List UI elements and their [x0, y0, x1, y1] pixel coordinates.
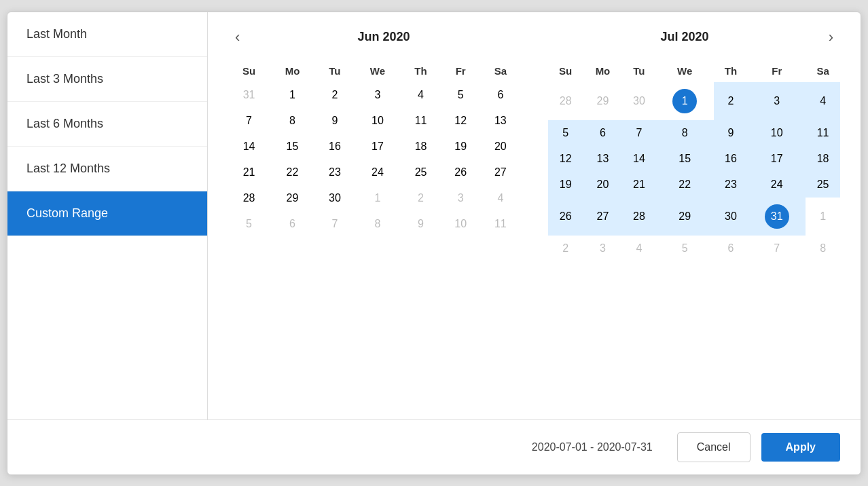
- cal-day[interactable]: 2: [714, 82, 748, 120]
- sidebar-item-custom-range[interactable]: Custom Range: [7, 191, 207, 236]
- cal-day[interactable]: 3: [441, 185, 480, 211]
- cal-day[interactable]: 31: [748, 198, 806, 236]
- cal-day[interactable]: 16: [315, 134, 355, 160]
- cal-day[interactable]: 13: [583, 146, 622, 172]
- cal-day[interactable]: 9: [315, 108, 355, 134]
- cal-day[interactable]: 22: [656, 172, 714, 198]
- cal-day[interactable]: 29: [583, 82, 622, 120]
- cal-day[interactable]: 6: [480, 82, 520, 108]
- cal-day[interactable]: 29: [270, 185, 315, 211]
- cal-day[interactable]: 5: [228, 211, 270, 237]
- cal-day[interactable]: 24: [355, 160, 401, 185]
- cal-day[interactable]: 9: [401, 211, 441, 237]
- cal-day[interactable]: 30: [714, 198, 748, 236]
- cal-day[interactable]: 1: [355, 185, 401, 211]
- next-month-button[interactable]: ›: [822, 26, 840, 49]
- cal-day[interactable]: 27: [480, 160, 520, 185]
- cal-day[interactable]: 5: [548, 120, 583, 146]
- cal-day[interactable]: 11: [806, 120, 840, 146]
- cal-day[interactable]: 1: [270, 82, 315, 108]
- cal-day[interactable]: 20: [480, 134, 520, 160]
- cal-day[interactable]: 22: [270, 160, 315, 185]
- cal-day[interactable]: 25: [806, 172, 840, 198]
- cal-day[interactable]: 18: [806, 146, 840, 172]
- cal-day[interactable]: 21: [622, 172, 656, 198]
- sidebar-item-last-3-months[interactable]: Last 3 Months: [7, 57, 207, 102]
- day-header-We: We: [656, 60, 714, 82]
- cal-day[interactable]: 17: [355, 134, 401, 160]
- sidebar-item-last-12-months[interactable]: Last 12 Months: [7, 147, 207, 191]
- cal-day[interactable]: 28: [228, 185, 270, 211]
- apply-button[interactable]: Apply: [761, 433, 840, 462]
- cal-day[interactable]: 15: [656, 146, 714, 172]
- cal-day[interactable]: 10: [441, 211, 480, 237]
- cal-day[interactable]: 30: [622, 82, 656, 120]
- cal-day[interactable]: 7: [748, 236, 806, 261]
- cal-day[interactable]: 9: [714, 120, 748, 146]
- cal-day[interactable]: 1: [806, 198, 840, 236]
- cal-day[interactable]: 6: [270, 211, 315, 237]
- cal-day[interactable]: 23: [315, 160, 355, 185]
- cal-week-row: 78910111213: [228, 108, 521, 134]
- day-header-Tu: Tu: [315, 60, 355, 82]
- cal-day[interactable]: 21: [228, 160, 270, 185]
- cal-day[interactable]: 11: [480, 211, 520, 237]
- cal-day[interactable]: 26: [548, 198, 583, 236]
- cal-day[interactable]: 11: [401, 108, 441, 134]
- cal-day[interactable]: 30: [315, 185, 355, 211]
- cal-day[interactable]: 7: [315, 211, 355, 237]
- cal-day[interactable]: 17: [748, 146, 806, 172]
- cal-day[interactable]: 3: [583, 236, 622, 261]
- cal-day[interactable]: 25: [401, 160, 441, 185]
- cal-day[interactable]: 19: [548, 172, 583, 198]
- cal-day[interactable]: 8: [806, 236, 840, 261]
- cal-day[interactable]: 4: [480, 185, 520, 211]
- cal-day[interactable]: 29: [656, 198, 714, 236]
- day-header-Mo: Mo: [270, 60, 315, 82]
- cal-day[interactable]: 24: [748, 172, 806, 198]
- cal-day[interactable]: 6: [583, 120, 622, 146]
- cal-day[interactable]: 18: [401, 134, 441, 160]
- cal-day[interactable]: 3: [748, 82, 806, 120]
- cal-day[interactable]: 7: [622, 120, 656, 146]
- cal-week-row: 567891011: [228, 211, 521, 237]
- cal-day[interactable]: 23: [714, 172, 748, 198]
- cal-day[interactable]: 13: [480, 108, 520, 134]
- cal-day[interactable]: 28: [548, 82, 583, 120]
- sidebar-item-last-6-months[interactable]: Last 6 Months: [7, 102, 207, 147]
- cal-day[interactable]: 2: [548, 236, 583, 261]
- cal-week-row: 2345678: [548, 236, 841, 261]
- cal-day[interactable]: 28: [622, 198, 656, 236]
- sidebar-item-last-month[interactable]: Last Month: [7, 12, 207, 57]
- cal-day[interactable]: 15: [270, 134, 315, 160]
- prev-month-button[interactable]: ‹: [228, 26, 247, 49]
- cal-day[interactable]: 6: [714, 236, 748, 261]
- cal-day[interactable]: 1: [656, 82, 714, 120]
- cal-day[interactable]: 10: [748, 120, 806, 146]
- cal-day[interactable]: 7: [228, 108, 270, 134]
- cal-day[interactable]: 8: [656, 120, 714, 146]
- cal-day[interactable]: 20: [583, 172, 622, 198]
- cal-day[interactable]: 14: [228, 134, 270, 160]
- cal-day[interactable]: 5: [656, 236, 714, 261]
- cal-day[interactable]: 10: [355, 108, 401, 134]
- cal-day[interactable]: 27: [583, 198, 622, 236]
- cal-day[interactable]: 2: [315, 82, 355, 108]
- cal-day[interactable]: 5: [441, 82, 480, 108]
- cal-day[interactable]: 4: [622, 236, 656, 261]
- cal-day[interactable]: 12: [548, 146, 583, 172]
- cal-day[interactable]: 8: [355, 211, 401, 237]
- cancel-button[interactable]: Cancel: [677, 432, 751, 462]
- cal-day[interactable]: 4: [401, 82, 441, 108]
- cal-day[interactable]: 26: [441, 160, 480, 185]
- cal-day[interactable]: 31: [228, 82, 270, 108]
- date-range-display: 2020-07-01 - 2020-07-31: [532, 441, 653, 453]
- cal-day[interactable]: 19: [441, 134, 480, 160]
- cal-day[interactable]: 8: [270, 108, 315, 134]
- cal-day[interactable]: 12: [441, 108, 480, 134]
- cal-day[interactable]: 14: [622, 146, 656, 172]
- cal-day[interactable]: 2: [401, 185, 441, 211]
- cal-day[interactable]: 3: [355, 82, 401, 108]
- cal-day[interactable]: 4: [806, 82, 840, 120]
- cal-day[interactable]: 16: [714, 146, 748, 172]
